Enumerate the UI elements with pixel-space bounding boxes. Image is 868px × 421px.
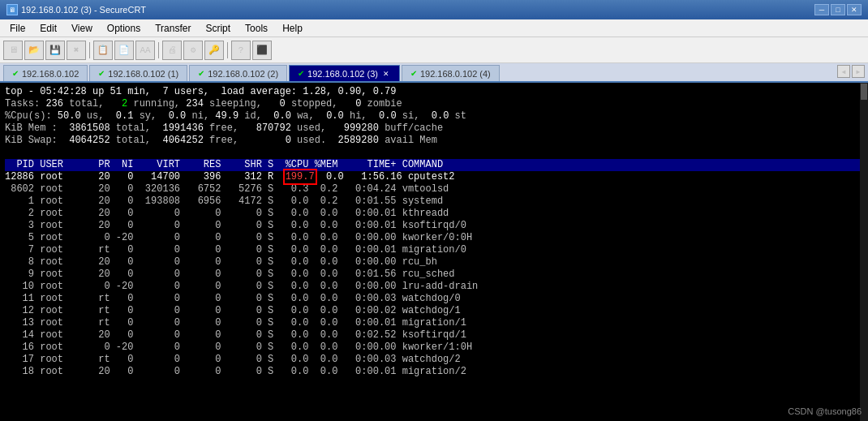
scrollbar[interactable] bbox=[860, 83, 868, 421]
term-line-0: top - 05:42:28 up 51 min, 7 users, load … bbox=[5, 86, 863, 98]
toolbar-paste[interactable]: 📄 bbox=[114, 41, 134, 60]
tab-4[interactable]: ✔ 192.168.0.102 (4) bbox=[402, 65, 500, 81]
watermark: CSDN @tusong86 bbox=[788, 406, 862, 418]
table-row: 2 root 20 0 0 0 0 S 0.0 0.0 0:00.01 kthr… bbox=[5, 208, 863, 220]
toolbar-print[interactable]: 🖨 bbox=[162, 41, 182, 60]
tab-1-label: 192.168.0.102 (1) bbox=[108, 69, 178, 79]
term-line-3: KiB Mem : 3861508 total, 1991436 free, 8… bbox=[5, 122, 863, 135]
toolbar-new[interactable]: 🖥 bbox=[3, 41, 23, 60]
table-row: 5 root 0 -20 0 0 0 S 0.0 0.0 0:00.00 kwo… bbox=[5, 232, 863, 244]
menu-options[interactable]: Options bbox=[101, 21, 147, 36]
toolbar: 🖥 📂 💾 ✖ 📋 📄 AA 🖨 ⚙ 🔑 ? ⬛ bbox=[0, 37, 868, 63]
app-icon: 🖥 bbox=[6, 4, 18, 15]
title-bar-left: 🖥 192.168.0.102 (3) - SecureCRT bbox=[6, 4, 146, 15]
menu-bar: File Edit View Options Transfer Script T… bbox=[0, 19, 868, 37]
table-row: 9 root 20 0 0 0 0 S 0.0 0.0 0:01.56 rcu_… bbox=[5, 268, 863, 281]
tab-navigation: ◀ ▶ bbox=[837, 65, 865, 78]
terminal[interactable]: top - 05:42:28 up 51 min, 7 users, load … bbox=[0, 83, 868, 421]
menu-transfer[interactable]: Transfer bbox=[148, 21, 197, 36]
tab-2-check: ✔ bbox=[198, 69, 204, 78]
menu-edit[interactable]: Edit bbox=[33, 21, 63, 36]
tab-0-label: 192.168.0.102 bbox=[22, 69, 79, 79]
menu-file[interactable]: File bbox=[3, 21, 32, 36]
table-row: 14 root 20 0 0 0 0 S 0.0 0.0 0:02.52 kso… bbox=[5, 329, 863, 342]
toolbar-options[interactable]: ⚙ bbox=[183, 41, 203, 60]
table-row: 17 root rt 0 0 0 0 S 0.0 0.0 0:00.03 wat… bbox=[5, 354, 863, 366]
tab-2[interactable]: ✔ 192.168.0.102 (2) bbox=[189, 65, 287, 81]
tab-1[interactable]: ✔ 192.168.0.102 (1) bbox=[89, 65, 187, 81]
tab-4-label: 192.168.0.102 (4) bbox=[420, 69, 491, 79]
tab-1-check: ✔ bbox=[98, 69, 105, 78]
table-row: 1 root 20 0 193808 6956 4172 S 0.0 0.2 0… bbox=[5, 195, 863, 208]
tab-3-label: 192.168.0.102 (3) bbox=[307, 69, 378, 79]
window-controls[interactable]: ─ □ ✕ bbox=[814, 4, 862, 15]
title-bar: 🖥 192.168.0.102 (3) - SecureCRT ─ □ ✕ bbox=[0, 0, 868, 19]
toolbar-delete[interactable]: ✖ bbox=[67, 41, 86, 60]
table-row: 8 root 20 0 0 0 0 S 0.0 0.0 0:00.00 rcu_… bbox=[5, 256, 863, 268]
toolbar-help[interactable]: ? bbox=[231, 41, 251, 60]
separator-1 bbox=[89, 42, 90, 58]
term-table-header: PID USER PR NI VIRT RES SHR S %CPU %MEM … bbox=[5, 159, 863, 171]
separator-2 bbox=[158, 42, 159, 58]
minimize-button[interactable]: ─ bbox=[814, 4, 829, 15]
scrollbar-thumb[interactable] bbox=[861, 84, 867, 100]
table-row: 7 root rt 0 0 0 0 S 0.0 0.0 0:00.01 migr… bbox=[5, 244, 863, 256]
table-row: 11 root rt 0 0 0 0 S 0.0 0.0 0:00.03 wat… bbox=[5, 293, 863, 305]
term-line-1: Tasks: 236 total, 2 running, 234 sleepin… bbox=[5, 98, 863, 110]
toolbar-copy[interactable]: 📋 bbox=[93, 41, 113, 60]
separator-3 bbox=[227, 42, 228, 58]
toolbar-open[interactable]: 📂 bbox=[24, 41, 44, 60]
menu-tools[interactable]: Tools bbox=[238, 21, 274, 36]
menu-help[interactable]: Help bbox=[276, 21, 309, 36]
tab-bar: ✔ 192.168.0.102 ✔ 192.168.0.102 (1) ✔ 19… bbox=[0, 63, 868, 83]
tab-nav-right[interactable]: ▶ bbox=[852, 65, 865, 78]
tab-nav-left[interactable]: ◀ bbox=[837, 65, 850, 78]
tab-0[interactable]: ✔ 192.168.0.102 bbox=[3, 65, 88, 81]
tab-3[interactable]: ✔ 192.168.0.102 (3) ✕ bbox=[289, 65, 400, 81]
table-row: 12 root rt 0 0 0 0 S 0.0 0.0 0:00.02 wat… bbox=[5, 305, 863, 317]
tab-3-check: ✔ bbox=[298, 69, 304, 78]
maximize-button[interactable]: □ bbox=[831, 4, 845, 15]
table-row: 13 root rt 0 0 0 0 S 0.0 0.0 0:00.01 mig… bbox=[5, 317, 863, 329]
term-line-4: KiB Swap: 4064252 total, 4064252 free, 0… bbox=[5, 135, 863, 147]
menu-script[interactable]: Script bbox=[199, 21, 237, 36]
toolbar-save[interactable]: 💾 bbox=[45, 41, 65, 60]
table-row: 8602 root 20 0 320136 6752 5276 S 0.3 0.… bbox=[5, 183, 863, 195]
term-line-blank bbox=[5, 147, 863, 159]
window-title: 192.168.0.102 (3) - SecureCRT bbox=[21, 5, 146, 15]
menu-view[interactable]: View bbox=[65, 21, 99, 36]
toolbar-key[interactable]: 🔑 bbox=[204, 41, 224, 60]
term-line-2: %Cpu(s): 50.0 us, 0.1 sy, 0.0 ni, 49.9 i… bbox=[5, 110, 863, 122]
table-row: 10 root 0 -20 0 0 0 S 0.0 0.0 0:00.00 lr… bbox=[5, 281, 863, 293]
tab-4-check: ✔ bbox=[410, 69, 417, 78]
tab-2-label: 192.168.0.102 (2) bbox=[208, 69, 278, 79]
close-button[interactable]: ✕ bbox=[847, 4, 862, 15]
table-row: 18 root 20 0 0 0 0 S 0.0 0.0 0:00.01 mig… bbox=[5, 366, 863, 378]
table-row: 3 root 20 0 0 0 0 S 0.0 0.0 0:00.01 ksof… bbox=[5, 220, 863, 232]
table-row: 16 root 0 -20 0 0 0 S 0.0 0.0 0:00.00 kw… bbox=[5, 342, 863, 354]
toolbar-extra[interactable]: ⬛ bbox=[252, 41, 272, 60]
tab-0-check: ✔ bbox=[12, 69, 19, 78]
toolbar-find[interactable]: AA bbox=[135, 41, 155, 60]
tab-3-close[interactable]: ✕ bbox=[381, 70, 391, 78]
table-row: 12886 root 20 0 14700 396 312 R 199.7 0.… bbox=[5, 171, 863, 183]
